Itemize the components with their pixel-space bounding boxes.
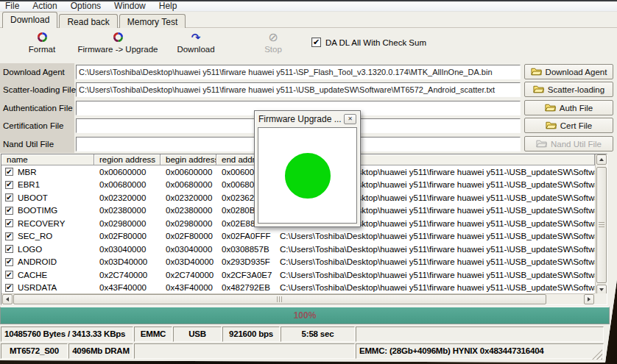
file-location: C:\Users\Toshiba\Desktop\huawei y511\fir… [274,245,595,254]
end-address: 0x2CF3A0E7 [216,271,274,279]
scroll-up-icon[interactable] [596,154,607,165]
browse-button-label: Cert File [560,121,592,130]
row-checkbox[interactable] [5,258,13,266]
table-row[interactable]: SEC_RO 0x02F80000 0x02F80000 0x02FA0FFF … [1,230,595,243]
dialog-body [258,127,357,224]
row-checkbox[interactable] [5,245,13,253]
row-checkbox[interactable] [5,271,13,279]
row-checkbox[interactable] [5,284,13,292]
region-address: 0x02380000 [94,206,161,215]
stop-button[interactable]: Stop [247,31,299,59]
nand-util-field-label: Nand Util File [3,135,54,153]
menu-bar: File Action Options Window Help [0,1,617,12]
menu-file[interactable]: File [0,1,26,12]
checkbox-check-icon [311,38,321,47]
download-agent-input[interactable] [76,65,521,79]
row-checkbox[interactable] [5,207,13,215]
row-checkbox[interactable] [5,181,13,189]
table-row[interactable]: LOGO 0x03040000 0x03040000 0x0308857B C:… [1,243,595,256]
close-icon[interactable] [344,114,356,124]
region-address: 0x00680000 [94,180,161,189]
menu-action[interactable]: Action [26,1,63,12]
tab-download[interactable]: Download [2,12,57,28]
status-elapsed-time: 5:58 sec [281,326,355,342]
vertical-scroll-thumb[interactable] [596,167,607,283]
stop-icon [268,31,278,43]
status-baud-rate: 921600 bps [222,326,280,342]
status-empty-panel [134,343,355,359]
begin-address: 0x03040000 [161,245,216,254]
download-agent-browse-button[interactable]: Download Agent [524,64,613,79]
firmware-upgrade-button[interactable]: Firmware -> Upgrade [66,31,169,59]
region-address: 0x03040000 [94,245,161,254]
partition-name: ANDROID [18,257,57,266]
progress-donut [285,153,331,199]
status-empty-panel [356,326,604,342]
cert-file-browse-button[interactable]: Cert File [524,118,613,133]
table-row[interactable]: CACHE 0x2C740000 0x2C740000 0x2CF3A0E7 C… [1,268,595,282]
end-address: 0x482792EB [216,283,274,292]
menu-options[interactable]: Options [64,1,107,12]
begin-address: 0x03D40000 [161,257,216,266]
begin-address: 0x00680000 [161,180,216,189]
file-location: C:\Users\Toshiba\Desktop\huawei y511\fir… [274,283,595,292]
dialog-title-bar[interactable]: Firmware Upgrade ... [255,111,360,126]
browse-button-label: Auth File [560,104,593,113]
region-address: 0x02F80000 [94,232,161,240]
row-checkbox[interactable] [5,193,13,201]
download-button[interactable]: Download [163,31,229,59]
row-checkbox[interactable] [5,219,13,227]
authentication-field-label: Authentication File [3,99,73,117]
partition-name: SEC_RO [18,232,52,240]
folder-icon [545,103,556,113]
tab-memory-test[interactable]: Memory Test [119,14,186,28]
region-address: 0x02980000 [94,219,161,228]
browse-button-label: Scatter-loading [548,85,604,94]
column-header-region-address[interactable]: region address [94,154,161,165]
format-button[interactable]: Format [13,31,71,59]
stop-label: Stop [264,45,282,54]
progress-percent: 100% [294,310,317,321]
table-row[interactable]: USRDATA 0x43F40000 0x43F40000 0x482792EB… [1,282,595,295]
begin-address: 0x43F40000 [161,283,216,292]
region-address: 0x00600000 [94,168,161,176]
tab-read-back[interactable]: Read back [59,14,117,28]
table-row[interactable]: ANDROID 0x03D40000 0x03D40000 0x293D935F… [1,256,595,269]
menu-help[interactable]: Help [152,1,184,12]
firmware-upgrade-dialog: Firmware Upgrade ... [254,110,361,227]
auth-file-browse-button[interactable]: Auth File [524,100,613,115]
firmware-upgrade-label: Firmware -> Upgrade [78,45,158,54]
partition-name: UBOOT [18,193,48,202]
folder-icon [536,139,547,149]
begin-address: 0x02F80000 [161,232,216,240]
file-location: C:\Users\Toshiba\Desktop\huawei y511\fir… [274,257,595,266]
horizontal-scrollbar[interactable] [1,293,595,304]
row-checkbox[interactable] [5,232,13,240]
region-address: 0x43F40000 [94,283,161,292]
scatter-loading-input[interactable] [76,82,521,97]
scroll-right-icon[interactable] [584,294,594,304]
begin-address: 0x02980000 [161,219,216,228]
browse-button-label: Nand Util File [551,140,602,149]
partition-name: MBR [18,168,37,176]
status-storage-type: EMMC [134,326,172,342]
download-arrow-icon [191,31,201,43]
begin-address: 0x00600000 [161,168,216,176]
vertical-scrollbar[interactable] [595,154,607,295]
end-address: 0x293D935F [216,257,274,266]
scroll-left-icon[interactable] [2,294,13,304]
certification-field-label: Certification File [3,117,63,135]
region-address: 0x02320000 [94,193,161,202]
row-checkbox[interactable] [5,168,13,176]
begin-address: 0x2C740000 [161,271,216,279]
scatter-loading-browse-button[interactable]: Scatter-loading [524,82,613,97]
da-dl-checksum-checkbox[interactable]: DA DL All With Check Sum [311,38,426,47]
column-header-begin-address[interactable]: begin address [161,154,216,165]
file-location: C:\Users\Toshiba\Desktop\huawei y511\fir… [274,271,595,279]
partition-name: EBR1 [18,180,40,189]
horizontal-scroll-thumb[interactable] [13,294,546,304]
status-connection-type: USB [173,326,222,342]
nand-util-browse-button[interactable]: Nand Util File [524,136,613,151]
column-header-name[interactable]: name [1,154,94,165]
menu-window[interactable]: Window [107,1,152,12]
